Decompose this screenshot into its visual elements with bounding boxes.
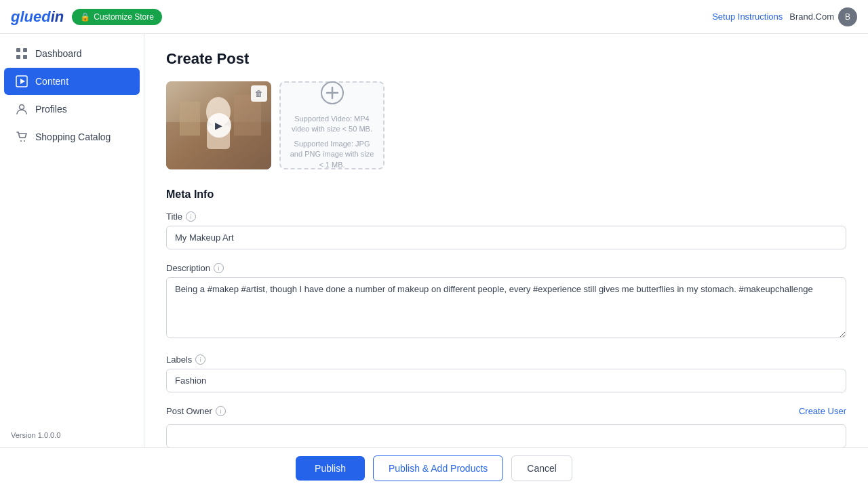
play-button[interactable]: ▶ xyxy=(207,113,231,138)
avatar: B xyxy=(838,7,857,26)
description-info-icon: i xyxy=(214,263,224,273)
sidebar-item-profiles[interactable]: Profiles xyxy=(4,96,140,123)
title-group: Title i xyxy=(166,211,846,249)
svg-marker-5 xyxy=(20,79,25,84)
cancel-button[interactable]: Cancel xyxy=(511,455,572,481)
sidebar: Dashboard Content Profil xyxy=(0,34,144,447)
media-row: ▶ 🗑 Supported Video: MP4 video with size… xyxy=(166,81,846,169)
logo: gluedin xyxy=(11,8,64,26)
sidebar-item-content[interactable]: Content xyxy=(4,68,140,95)
customize-store-button[interactable]: 🔒 Customize Store xyxy=(72,9,162,25)
description-textarea[interactable]: Being a #makep #artist, though I have do… xyxy=(166,277,846,338)
media-thumbnail[interactable]: ▶ 🗑 xyxy=(166,81,271,169)
delete-media-button[interactable]: 🗑 xyxy=(251,85,267,102)
shopping-icon xyxy=(15,130,28,144)
post-owner-info-icon: i xyxy=(216,406,226,416)
labels-label: Labels i xyxy=(166,354,846,365)
sidebar-item-dashboard[interactable]: Dashboard xyxy=(4,40,140,67)
title-label-text: Title xyxy=(166,211,182,222)
lock-icon: 🔒 xyxy=(80,12,90,22)
content-area: Create Post xyxy=(144,34,868,447)
labels-info-icon: i xyxy=(195,354,205,365)
add-media-image-text: Supported Image: JPG and PNG image with … xyxy=(288,139,376,170)
post-owner-header: Post Owner i Create User xyxy=(166,406,846,416)
description-label-text: Description xyxy=(166,263,210,273)
add-media-button[interactable]: Supported Video: MP4 video with size < 5… xyxy=(279,81,384,169)
customize-store-label: Customize Store xyxy=(94,12,154,22)
post-owner-label-text: Post Owner xyxy=(166,406,212,416)
svg-point-6 xyxy=(20,105,24,110)
labels-label-text: Labels xyxy=(166,354,192,365)
labels-group: Labels i xyxy=(166,354,846,392)
dashboard-label: Dashboard xyxy=(35,48,82,59)
setup-instructions-link[interactable]: Setup Instructions xyxy=(712,12,783,22)
header: gluedin 🔒 Customize Store Setup Instruct… xyxy=(0,0,868,34)
content-icon xyxy=(15,75,28,88)
sidebar-item-shopping[interactable]: Shopping Catalog xyxy=(4,123,140,150)
description-label: Description i xyxy=(166,263,846,273)
add-media-video-text: Supported Video: MP4 video with size < 5… xyxy=(288,114,376,135)
labels-input[interactable] xyxy=(166,369,846,392)
post-owner-input[interactable] xyxy=(166,424,846,447)
brand-name: Brand.Com xyxy=(789,12,834,22)
svg-point-7 xyxy=(20,140,22,142)
description-group: Description i Being a #makep #artist, th… xyxy=(166,263,846,341)
content-label: Content xyxy=(35,76,68,87)
header-left: gluedin 🔒 Customize Store xyxy=(11,8,162,26)
meta-info-section-title: Meta Info xyxy=(166,188,846,201)
logo-text: gluedin xyxy=(11,8,64,26)
svg-rect-2 xyxy=(16,55,20,59)
svg-rect-1 xyxy=(23,48,27,52)
title-input[interactable] xyxy=(166,226,846,249)
shopping-label: Shopping Catalog xyxy=(35,131,111,142)
title-label: Title i xyxy=(166,211,846,222)
post-owner-group: Post Owner i Create User xyxy=(166,406,846,447)
post-owner-label: Post Owner i xyxy=(166,406,226,416)
svg-point-8 xyxy=(24,140,25,142)
svg-rect-0 xyxy=(16,48,20,52)
version-label: Version 1.0.0.0 xyxy=(0,423,144,447)
create-user-link[interactable]: Create User xyxy=(799,406,846,416)
page-title: Create Post xyxy=(166,50,846,68)
add-media-icon xyxy=(320,81,344,110)
title-info-icon: i xyxy=(186,211,196,222)
sidebar-nav: Dashboard Content Profil xyxy=(0,34,144,423)
svg-rect-3 xyxy=(23,55,27,59)
publish-button[interactable]: Publish xyxy=(296,456,365,481)
main-layout: Dashboard Content Profil xyxy=(0,34,868,447)
footer: Publish Publish & Add Products Cancel xyxy=(0,447,868,488)
profiles-icon xyxy=(15,102,28,116)
brand-info: Brand.Com B xyxy=(789,7,857,26)
publish-add-products-button[interactable]: Publish & Add Products xyxy=(373,455,503,481)
dashboard-icon xyxy=(15,47,28,60)
profiles-label: Profiles xyxy=(35,104,67,115)
header-right: Setup Instructions Brand.Com B xyxy=(712,7,857,26)
